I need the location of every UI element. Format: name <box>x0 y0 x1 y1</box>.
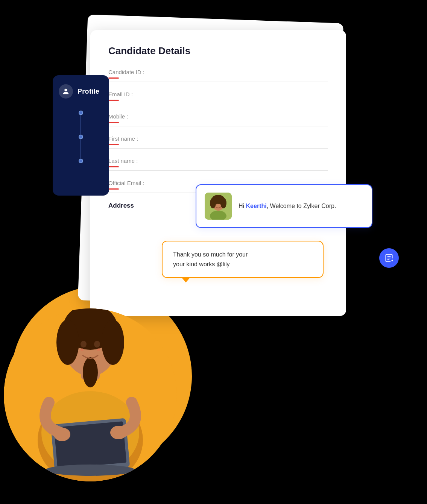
field-underline-2 <box>108 100 119 101</box>
field-line-3 <box>108 126 328 126</box>
person-figure <box>0 229 181 485</box>
thankyou-line1: Thank you so much for your <box>173 251 248 258</box>
svg-point-13 <box>97 348 100 351</box>
field-email-id: Email ID : <box>108 91 328 104</box>
welcome-greeting-suffix: , Welcome to Zylker Corp. <box>267 203 336 209</box>
field-firstname: First name : <box>108 135 328 149</box>
welcome-avatar <box>205 193 232 220</box>
svg-point-9 <box>83 357 98 387</box>
nav-stepper <box>79 111 83 163</box>
field-label-lastname: Last name : <box>108 158 328 164</box>
side-nav-panel: Profile <box>53 75 109 196</box>
svg-point-12 <box>81 348 84 351</box>
field-line <box>108 82 328 82</box>
svg-point-18 <box>110 426 127 439</box>
svg-point-7 <box>56 320 79 365</box>
field-candidate-id: Candidate ID : <box>108 69 328 82</box>
field-line-2 <box>108 104 328 104</box>
nav-step-line-2 <box>81 139 81 159</box>
thankyou-card: Thank you so much for your your kind wor… <box>162 241 324 278</box>
scene: Candidate Details Candidate ID : Email I… <box>0 0 427 504</box>
nav-step-dot-3 <box>79 159 83 163</box>
field-label-mobile: Mobile : <box>108 113 328 120</box>
field-underline <box>108 77 119 79</box>
nav-profile-label: Profile <box>77 88 99 96</box>
float-notes-button[interactable] <box>379 248 399 268</box>
svg-point-17 <box>54 428 70 441</box>
thankyou-line2: your kind works @lily <box>173 261 230 267</box>
nav-profile-row: Profile <box>59 84 103 99</box>
welcome-greeting-prefix: Hi <box>239 203 246 209</box>
welcome-name: Keerthi <box>246 203 267 209</box>
field-label-firstname: First name : <box>108 135 328 142</box>
svg-point-11 <box>94 341 100 348</box>
field-lastname: Last name : <box>108 158 328 171</box>
nav-step-line-1 <box>81 115 81 135</box>
svg-point-25 <box>215 202 217 205</box>
nav-avatar-icon <box>59 84 73 99</box>
welcome-card: Hi Keerthi, Welcome to Zylker Corp. <box>196 184 372 228</box>
thankyou-text: Thank you so much for your your kind wor… <box>173 250 312 269</box>
field-underline-3 <box>108 122 119 123</box>
welcome-text: Hi Keerthi, Welcome to Zylker Corp. <box>239 202 336 211</box>
nav-step-dot-2 <box>79 135 83 139</box>
svg-point-8 <box>102 320 124 365</box>
svg-point-19 <box>64 89 67 91</box>
field-underline-6 <box>108 188 119 190</box>
svg-point-26 <box>219 202 222 205</box>
card-title: Candidate Details <box>108 45 328 57</box>
field-line-5 <box>108 170 328 171</box>
field-underline-4 <box>108 144 119 145</box>
svg-point-16 <box>45 465 135 476</box>
svg-point-10 <box>81 341 87 348</box>
field-label-candidate-id: Candidate ID : <box>108 69 328 75</box>
field-line-4 <box>108 148 328 149</box>
field-label-email: Email ID : <box>108 91 328 97</box>
nav-step-dot-1 <box>79 111 83 115</box>
field-mobile: Mobile : <box>108 113 328 126</box>
field-underline-5 <box>108 166 119 167</box>
